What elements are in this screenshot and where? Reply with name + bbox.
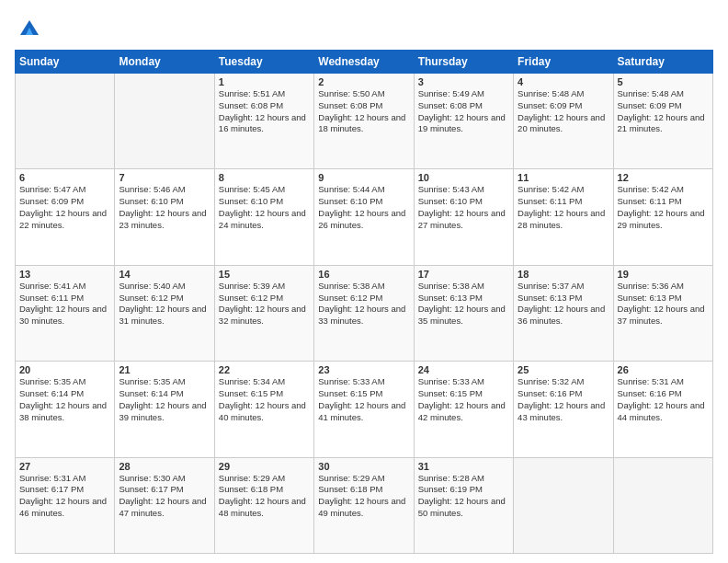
- weekday-header-saturday: Saturday: [613, 51, 712, 74]
- day-number: 3: [418, 76, 509, 87]
- calendar-cell: 18Sunrise: 5:37 AM Sunset: 6:13 PM Dayli…: [514, 265, 613, 361]
- calendar-cell: 7Sunrise: 5:46 AM Sunset: 6:10 PM Daylig…: [115, 169, 214, 265]
- day-info: Sunrise: 5:38 AM Sunset: 6:13 PM Dayligh…: [418, 281, 509, 327]
- day-info: Sunrise: 5:50 AM Sunset: 6:08 PM Dayligh…: [318, 88, 409, 135]
- day-info: Sunrise: 5:38 AM Sunset: 6:12 PM Dayligh…: [318, 281, 409, 327]
- day-info: Sunrise: 5:39 AM Sunset: 6:12 PM Dayligh…: [219, 281, 310, 327]
- calendar-cell: 2Sunrise: 5:50 AM Sunset: 6:08 PM Daylig…: [314, 74, 414, 169]
- day-number: 25: [518, 364, 609, 375]
- day-number: 5: [618, 76, 709, 87]
- calendar-cell: 28Sunrise: 5:30 AM Sunset: 6:17 PM Dayli…: [115, 457, 214, 553]
- logo: [15, 15, 42, 40]
- day-info: Sunrise: 5:34 AM Sunset: 6:15 PM Dayligh…: [219, 376, 310, 423]
- day-number: 8: [219, 172, 310, 183]
- day-number: 27: [19, 461, 110, 472]
- day-number: 12: [618, 172, 709, 183]
- weekday-header-tuesday: Tuesday: [214, 51, 313, 74]
- day-number: 19: [618, 269, 709, 280]
- day-number: 17: [418, 269, 509, 280]
- weekday-header-row: SundayMondayTuesdayWednesdayThursdayFrid…: [16, 51, 713, 74]
- weekday-header-monday: Monday: [115, 51, 214, 74]
- day-info: Sunrise: 5:46 AM Sunset: 6:10 PM Dayligh…: [119, 184, 210, 231]
- calendar-cell: 16Sunrise: 5:38 AM Sunset: 6:12 PM Dayli…: [314, 265, 414, 361]
- day-info: Sunrise: 5:42 AM Sunset: 6:11 PM Dayligh…: [618, 184, 709, 231]
- day-number: 29: [219, 461, 310, 472]
- day-info: Sunrise: 5:33 AM Sunset: 6:15 PM Dayligh…: [318, 376, 409, 423]
- calendar-cell: 31Sunrise: 5:28 AM Sunset: 6:19 PM Dayli…: [414, 457, 513, 553]
- calendar-cell: 10Sunrise: 5:43 AM Sunset: 6:10 PM Dayli…: [414, 169, 513, 265]
- day-number: 1: [219, 76, 310, 87]
- calendar-cell: 25Sunrise: 5:32 AM Sunset: 6:16 PM Dayli…: [514, 362, 613, 457]
- calendar-cell: [115, 74, 214, 169]
- day-number: 10: [418, 172, 509, 183]
- week-row-3: 13Sunrise: 5:41 AM Sunset: 6:11 PM Dayli…: [16, 265, 713, 361]
- calendar-cell: 20Sunrise: 5:35 AM Sunset: 6:14 PM Dayli…: [16, 362, 115, 457]
- logo-icon: [17, 15, 42, 40]
- calendar-cell: 8Sunrise: 5:45 AM Sunset: 6:10 PM Daylig…: [214, 169, 313, 265]
- day-number: 22: [219, 364, 310, 375]
- day-info: Sunrise: 5:48 AM Sunset: 6:09 PM Dayligh…: [618, 88, 709, 135]
- day-number: 24: [418, 364, 509, 375]
- day-number: 9: [318, 172, 409, 183]
- week-row-2: 6Sunrise: 5:47 AM Sunset: 6:09 PM Daylig…: [16, 169, 713, 265]
- day-number: 18: [518, 269, 609, 280]
- calendar-table: SundayMondayTuesdayWednesdayThursdayFrid…: [15, 50, 713, 554]
- calendar-cell: 27Sunrise: 5:31 AM Sunset: 6:17 PM Dayli…: [16, 457, 115, 553]
- calendar-cell: 14Sunrise: 5:40 AM Sunset: 6:12 PM Dayli…: [115, 265, 214, 361]
- day-number: 28: [119, 461, 210, 472]
- calendar-cell: 9Sunrise: 5:44 AM Sunset: 6:10 PM Daylig…: [314, 169, 414, 265]
- calendar-cell: 21Sunrise: 5:35 AM Sunset: 6:14 PM Dayli…: [115, 362, 214, 457]
- calendar-cell: 29Sunrise: 5:29 AM Sunset: 6:18 PM Dayli…: [214, 457, 313, 553]
- calendar-cell: 1Sunrise: 5:51 AM Sunset: 6:08 PM Daylig…: [214, 74, 313, 169]
- day-info: Sunrise: 5:43 AM Sunset: 6:10 PM Dayligh…: [418, 184, 509, 231]
- day-info: Sunrise: 5:32 AM Sunset: 6:16 PM Dayligh…: [518, 376, 609, 423]
- day-info: Sunrise: 5:31 AM Sunset: 6:16 PM Dayligh…: [618, 376, 709, 423]
- calendar-cell: 5Sunrise: 5:48 AM Sunset: 6:09 PM Daylig…: [613, 74, 712, 169]
- day-info: Sunrise: 5:31 AM Sunset: 6:17 PM Dayligh…: [19, 473, 110, 520]
- calendar-cell: 24Sunrise: 5:33 AM Sunset: 6:15 PM Dayli…: [414, 362, 513, 457]
- calendar-cell: 23Sunrise: 5:33 AM Sunset: 6:15 PM Dayli…: [314, 362, 414, 457]
- calendar-cell: 11Sunrise: 5:42 AM Sunset: 6:11 PM Dayli…: [514, 169, 613, 265]
- day-info: Sunrise: 5:33 AM Sunset: 6:15 PM Dayligh…: [418, 376, 509, 423]
- day-info: Sunrise: 5:35 AM Sunset: 6:14 PM Dayligh…: [19, 376, 110, 423]
- page: SundayMondayTuesdayWednesdayThursdayFrid…: [0, 0, 728, 563]
- day-number: 2: [318, 76, 409, 87]
- day-info: Sunrise: 5:49 AM Sunset: 6:08 PM Dayligh…: [418, 88, 509, 135]
- week-row-5: 27Sunrise: 5:31 AM Sunset: 6:17 PM Dayli…: [16, 457, 713, 553]
- header: [15, 15, 713, 40]
- day-number: 21: [119, 364, 210, 375]
- weekday-header-thursday: Thursday: [414, 51, 513, 74]
- calendar-cell: [16, 74, 115, 169]
- weekday-header-friday: Friday: [514, 51, 613, 74]
- day-info: Sunrise: 5:29 AM Sunset: 6:18 PM Dayligh…: [318, 473, 409, 520]
- day-number: 14: [119, 269, 210, 280]
- day-info: Sunrise: 5:40 AM Sunset: 6:12 PM Dayligh…: [119, 281, 210, 327]
- calendar-cell: 30Sunrise: 5:29 AM Sunset: 6:18 PM Dayli…: [314, 457, 414, 553]
- calendar-cell: 12Sunrise: 5:42 AM Sunset: 6:11 PM Dayli…: [613, 169, 712, 265]
- calendar-cell: [514, 457, 613, 553]
- day-info: Sunrise: 5:45 AM Sunset: 6:10 PM Dayligh…: [219, 184, 310, 231]
- calendar-cell: 13Sunrise: 5:41 AM Sunset: 6:11 PM Dayli…: [16, 265, 115, 361]
- day-number: 7: [119, 172, 210, 183]
- day-info: Sunrise: 5:35 AM Sunset: 6:14 PM Dayligh…: [119, 376, 210, 423]
- weekday-header-sunday: Sunday: [16, 51, 115, 74]
- day-number: 23: [318, 364, 409, 375]
- weekday-header-wednesday: Wednesday: [314, 51, 414, 74]
- day-number: 31: [418, 461, 509, 472]
- day-number: 6: [19, 172, 110, 183]
- day-info: Sunrise: 5:51 AM Sunset: 6:08 PM Dayligh…: [219, 88, 310, 135]
- day-number: 30: [318, 461, 409, 472]
- day-number: 11: [518, 172, 609, 183]
- day-number: 13: [19, 269, 110, 280]
- day-info: Sunrise: 5:44 AM Sunset: 6:10 PM Dayligh…: [318, 184, 409, 231]
- day-info: Sunrise: 5:37 AM Sunset: 6:13 PM Dayligh…: [518, 281, 609, 327]
- day-number: 20: [19, 364, 110, 375]
- calendar-cell: 17Sunrise: 5:38 AM Sunset: 6:13 PM Dayli…: [414, 265, 513, 361]
- day-number: 15: [219, 269, 310, 280]
- day-number: 4: [518, 76, 609, 87]
- calendar-cell: 15Sunrise: 5:39 AM Sunset: 6:12 PM Dayli…: [214, 265, 313, 361]
- day-info: Sunrise: 5:42 AM Sunset: 6:11 PM Dayligh…: [518, 184, 609, 231]
- day-info: Sunrise: 5:30 AM Sunset: 6:17 PM Dayligh…: [119, 473, 210, 520]
- day-info: Sunrise: 5:29 AM Sunset: 6:18 PM Dayligh…: [219, 473, 310, 520]
- day-info: Sunrise: 5:36 AM Sunset: 6:13 PM Dayligh…: [618, 281, 709, 327]
